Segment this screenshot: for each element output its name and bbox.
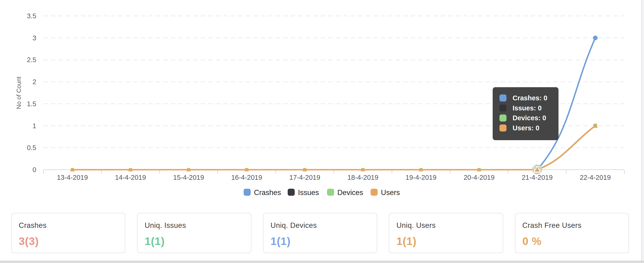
x-axis-tick-label: 19-4-2019: [406, 174, 436, 181]
stat-card-label: Crashes: [19, 221, 118, 230]
hover-highlight[interactable]: [532, 165, 542, 174]
legend-swatch: [244, 189, 251, 196]
y-axis-tick-label: 0.5: [27, 144, 36, 151]
legend-item-crashes[interactable]: Crashes: [244, 188, 281, 197]
x-axis-tick-label: 21-4-2019: [522, 174, 553, 181]
tooltip-swatch-crashes: [500, 94, 506, 102]
tooltip-swatch-users: [500, 124, 506, 132]
y-axis-tick-label: 1: [32, 122, 36, 130]
y-axis-tick-label: 2: [32, 78, 36, 86]
stat-card-uniq-devices: Uniq. Devices 1(1): [263, 213, 377, 253]
data-point[interactable]: [593, 36, 598, 40]
y-axis-tick-label: 0: [32, 166, 36, 173]
x-axis-tick-label: 20-4-2019: [464, 174, 494, 181]
stat-card-value: 0 %: [522, 235, 622, 247]
y-axis-tick-label: 3.5: [27, 12, 36, 20]
x-axis-tick-label: 22-4-2019: [580, 174, 611, 181]
x-axis-tick-label: 13-4-2019: [57, 174, 88, 181]
tooltip-row-text: Crashes: 0: [512, 94, 547, 102]
stat-card-label: Uniq. Devices: [270, 221, 370, 230]
crashes-trend-chart: 00.511.522.533.5No of Count13-4-201914-4…: [0, 0, 644, 204]
legend-item-devices[interactable]: Devices: [327, 188, 363, 197]
stat-card-crashes: Crashes 3(3): [11, 213, 125, 253]
legend-item-users[interactable]: Users: [370, 188, 400, 197]
stat-card-label: Uniq. Issues: [144, 221, 244, 230]
y-axis-tick-label: 1.5: [27, 100, 36, 108]
stat-card-label: Crash Free Users: [522, 221, 622, 230]
tooltip-swatch-devices: [500, 114, 506, 121]
stat-card-value: 1(1): [144, 235, 244, 247]
window-bottom-edge: [0, 261, 644, 263]
chart-tooltip: Crashes: 0Issues: 0Devices: 0Users: 0: [493, 87, 558, 140]
stat-card-label: Uniq. Users: [396, 221, 496, 230]
stat-card-uniq-users: Uniq. Users 1(1): [389, 213, 503, 253]
legend-item-issues[interactable]: Issues: [288, 188, 319, 197]
y-axis-tick-label: 3: [32, 34, 36, 42]
stat-card-value: 3(3): [19, 235, 118, 247]
stat-card-uniq-issues: Uniq. Issues 1(1): [137, 213, 251, 253]
tooltip-row-text: Users: 0: [512, 124, 539, 132]
y-axis-title: No of Count: [15, 76, 22, 109]
crash-analytics-dashboard: 00.511.522.533.5No of Count13-4-201914-4…: [0, 0, 644, 263]
x-axis-tick-label: 14-4-2019: [115, 174, 146, 181]
stat-card-value: 1(1): [270, 235, 370, 247]
legend-swatch: [288, 189, 295, 196]
x-axis-tick-label: 18-4-2019: [348, 174, 378, 181]
legend-swatch: [370, 189, 378, 196]
legend-label: Devices: [337, 188, 363, 197]
tooltip-row-text: Issues: 0: [512, 104, 542, 112]
tooltip-swatch-issues: [500, 105, 506, 112]
legend-swatch: [327, 189, 334, 196]
legend-label: Issues: [298, 188, 319, 197]
legend-label: Crashes: [254, 188, 281, 197]
stats-cards-row: Crashes 3(3) Uniq. Issues 1(1) Uniq. Dev…: [11, 213, 629, 253]
stat-card-crash-free-users: Crash Free Users 0 %: [515, 213, 629, 253]
legend-label: Users: [381, 188, 400, 197]
tooltip-row-text: Devices: 0: [512, 114, 546, 122]
y-axis-tick-label: 2.5: [27, 56, 36, 64]
x-axis-tick-label: 16-4-2019: [231, 174, 262, 181]
vertical-scrollbar[interactable]: [641, 0, 644, 261]
x-axis-tick-label: 17-4-2019: [289, 174, 320, 181]
x-axis-tick-label: 15-4-2019: [173, 174, 204, 181]
stat-card-value: 1(1): [396, 235, 496, 247]
